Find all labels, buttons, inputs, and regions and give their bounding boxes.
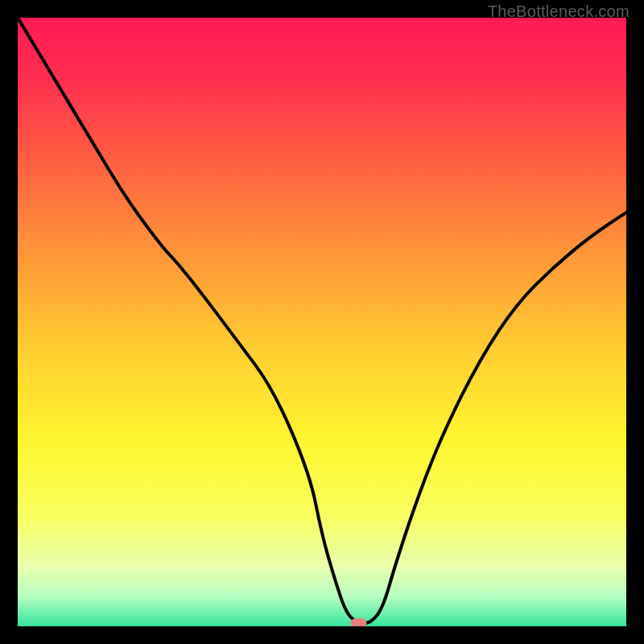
- plot-frame: [18, 18, 626, 626]
- watermark-text: TheBottleneck.com: [488, 2, 630, 21]
- bottleneck-chart: [18, 18, 626, 626]
- minimum-marker: [350, 618, 366, 626]
